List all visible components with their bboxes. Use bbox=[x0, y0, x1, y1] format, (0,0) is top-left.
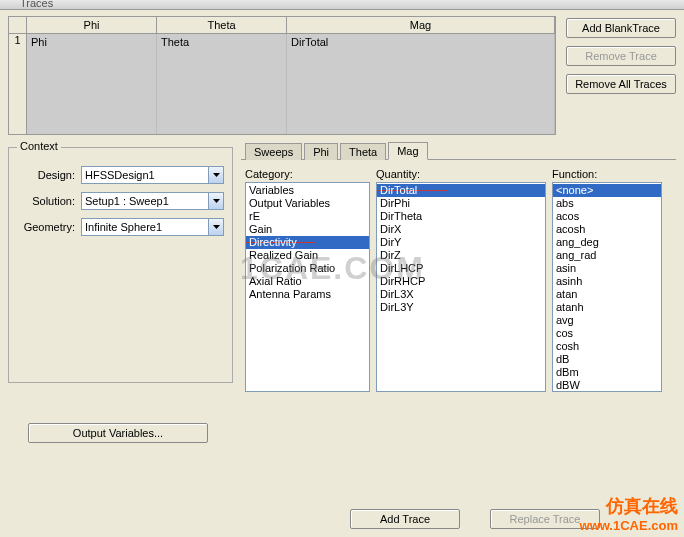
category-item[interactable]: Antenna Params bbox=[246, 288, 369, 301]
solution-label: Solution: bbox=[17, 195, 75, 207]
window-title: Traces bbox=[20, 0, 53, 9]
cell-phi[interactable]: Phi bbox=[27, 34, 157, 134]
window-titlebar: Traces bbox=[0, 0, 684, 10]
design-combo[interactable]: HFSSDesign1 bbox=[81, 166, 224, 184]
quantity-item[interactable]: DirTheta bbox=[377, 210, 545, 223]
context-legend: Context bbox=[17, 140, 61, 152]
traces-table: Phi Theta Mag 1 Phi Theta DirTotal bbox=[8, 16, 556, 135]
function-item[interactable]: atanh bbox=[553, 301, 661, 314]
category-item[interactable]: Axial Ratio bbox=[246, 275, 369, 288]
row-number[interactable]: 1 bbox=[9, 34, 27, 134]
quantity-item[interactable]: DirL3Y bbox=[377, 301, 545, 314]
add-trace-button[interactable]: Add Trace bbox=[350, 509, 460, 529]
category-item[interactable]: Realized Gain bbox=[246, 249, 369, 262]
quantity-item[interactable]: DirLHCP bbox=[377, 262, 545, 275]
function-item[interactable]: abs bbox=[553, 197, 661, 210]
quantity-listbox[interactable]: DirTotalDirPhiDirThetaDirXDirYDirZDirLHC… bbox=[376, 182, 546, 392]
remove-trace-button[interactable]: Remove Trace bbox=[566, 46, 676, 66]
category-item[interactable]: Output Variables bbox=[246, 197, 369, 210]
function-listbox[interactable]: <none>absacosacoshang_degang_radasinasin… bbox=[552, 182, 662, 392]
solution-value[interactable]: Setup1 : Sweep1 bbox=[81, 192, 208, 210]
geometry-label: Geometry: bbox=[17, 221, 75, 233]
category-item[interactable]: Polarization Ratio bbox=[246, 262, 369, 275]
category-label: Category: bbox=[245, 168, 370, 180]
svg-marker-0 bbox=[213, 173, 220, 177]
category-item[interactable]: Gain bbox=[246, 223, 369, 236]
svg-marker-2 bbox=[213, 225, 220, 229]
column-header-theta[interactable]: Theta bbox=[157, 17, 287, 33]
remove-all-traces-button[interactable]: Remove All Traces bbox=[566, 74, 676, 94]
function-item[interactable]: ang_deg bbox=[553, 236, 661, 249]
tabs: Sweeps Phi Theta Mag bbox=[241, 141, 676, 160]
function-item[interactable]: asin bbox=[553, 262, 661, 275]
column-header-mag[interactable]: Mag bbox=[287, 17, 555, 33]
quantity-item[interactable]: DirL3X bbox=[377, 288, 545, 301]
svg-marker-1 bbox=[213, 199, 220, 203]
quantity-item[interactable]: DirPhi bbox=[377, 197, 545, 210]
function-item[interactable]: asinh bbox=[553, 275, 661, 288]
cell-mag[interactable]: DirTotal bbox=[287, 34, 555, 134]
function-item[interactable]: dB bbox=[553, 353, 661, 366]
quantity-item[interactable]: DirRHCP bbox=[377, 275, 545, 288]
row-number-header bbox=[9, 17, 27, 33]
function-item[interactable]: acos bbox=[553, 210, 661, 223]
tab-phi[interactable]: Phi bbox=[304, 143, 338, 160]
quantity-item[interactable]: DirY bbox=[377, 236, 545, 249]
tab-sweeps[interactable]: Sweeps bbox=[245, 143, 302, 160]
quantity-item[interactable]: DirX bbox=[377, 223, 545, 236]
category-item[interactable]: rE bbox=[246, 210, 369, 223]
function-item[interactable]: avg bbox=[553, 314, 661, 327]
tab-theta[interactable]: Theta bbox=[340, 143, 386, 160]
chevron-down-icon[interactable] bbox=[208, 166, 224, 184]
quantity-item[interactable]: DirZ bbox=[377, 249, 545, 262]
quantity-item[interactable]: DirTotal bbox=[377, 184, 545, 197]
cell-theta[interactable]: Theta bbox=[157, 34, 287, 134]
category-item[interactable]: Variables bbox=[246, 184, 369, 197]
output-variables-button[interactable]: Output Variables... bbox=[28, 423, 208, 443]
category-listbox[interactable]: VariablesOutput VariablesrEGainDirectivi… bbox=[245, 182, 370, 392]
chevron-down-icon[interactable] bbox=[208, 192, 224, 210]
solution-combo[interactable]: Setup1 : Sweep1 bbox=[81, 192, 224, 210]
add-blank-trace-button[interactable]: Add BlankTrace bbox=[566, 18, 676, 38]
geometry-value[interactable]: Infinite Sphere1 bbox=[81, 218, 208, 236]
function-item[interactable]: cosh bbox=[553, 340, 661, 353]
replace-trace-button[interactable]: Replace Trace bbox=[490, 509, 600, 529]
column-header-phi[interactable]: Phi bbox=[27, 17, 157, 33]
function-item[interactable]: ang_rad bbox=[553, 249, 661, 262]
quantity-label: Quantity: bbox=[376, 168, 546, 180]
function-item[interactable]: dBW bbox=[553, 379, 661, 392]
design-value[interactable]: HFSSDesign1 bbox=[81, 166, 208, 184]
design-label: Design: bbox=[17, 169, 75, 181]
function-item[interactable]: atan bbox=[553, 288, 661, 301]
function-item[interactable]: <none> bbox=[553, 184, 661, 197]
chevron-down-icon[interactable] bbox=[208, 218, 224, 236]
context-groupbox: Context Design: HFSSDesign1 Solution: Se… bbox=[8, 147, 233, 383]
function-item[interactable]: dBm bbox=[553, 366, 661, 379]
geometry-combo[interactable]: Infinite Sphere1 bbox=[81, 218, 224, 236]
tab-mag[interactable]: Mag bbox=[388, 142, 427, 160]
function-item[interactable]: cos bbox=[553, 327, 661, 340]
function-label: Function: bbox=[552, 168, 662, 180]
function-item[interactable]: acosh bbox=[553, 223, 661, 236]
